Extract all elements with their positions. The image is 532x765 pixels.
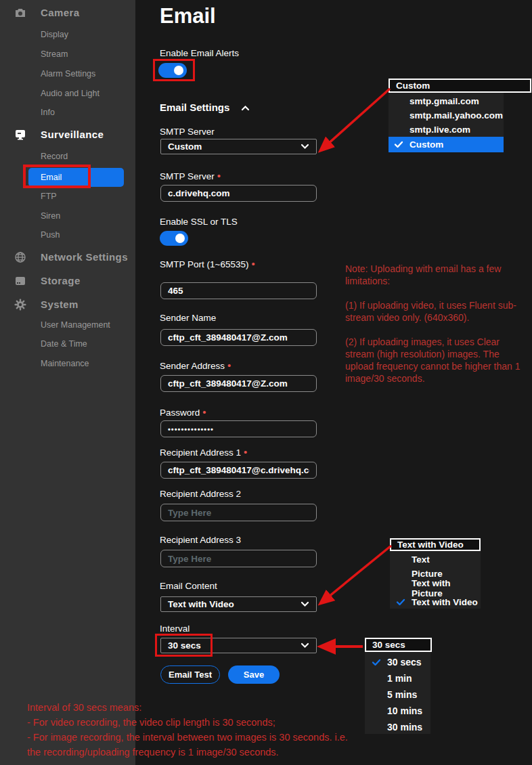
bottom-line: the recording/uploading frequency is 1 i… <box>27 745 369 760</box>
smtp-popup-list: smtp.gmail.com smtp.mail.yahoo.com smtp.… <box>389 93 504 152</box>
check-icon <box>396 598 405 606</box>
smtp-option-custom-selected[interactable]: Custom <box>389 137 504 152</box>
interval-popup-current-value: 30 secs <box>365 638 432 652</box>
enable-email-alerts-label: Enable Email Alerts <box>160 48 239 58</box>
note-line: (2) If uploading images, it uses Clear s… <box>345 336 529 385</box>
interval-option-5mins[interactable]: 5 mins <box>365 687 430 702</box>
interval-label: Interval <box>160 624 190 634</box>
recipient-address-3-input[interactable] <box>160 550 317 567</box>
sender-address-input[interactable] <box>160 375 317 392</box>
sidebar-item-push[interactable]: Push <box>41 230 129 244</box>
ssl-toggle[interactable] <box>160 231 188 246</box>
bottom-line: - For image recording, the interval betw… <box>27 730 369 745</box>
sidebar-section-label: Camera <box>41 7 79 18</box>
sidebar-item-alarm-settings[interactable]: Alarm Settings <box>41 69 129 83</box>
annotation-rect-interval-value <box>155 634 213 657</box>
smtp-option-yahoo[interactable]: smtp.mail.yahoo.com <box>389 108 504 123</box>
sidebar-section-label: Storage <box>41 275 81 286</box>
sidebar-item-ftp[interactable]: FTP <box>41 192 129 205</box>
email-settings-section-label: Email Settings <box>160 102 250 113</box>
chevron-down-icon <box>301 642 309 649</box>
recipient-address-3-label: Recipient Address 3 <box>160 535 241 545</box>
sender-name-label: Sender Name <box>160 313 216 323</box>
email-content-option-text[interactable]: Text <box>390 552 481 567</box>
toggle-knob <box>175 234 185 243</box>
interval-option-1min[interactable]: 1 min <box>365 671 430 686</box>
bottom-annotation: Interval of 30 secs means: - For video r… <box>27 700 369 760</box>
note-annotation: Note: Uploading with email has a few lim… <box>345 263 529 397</box>
annotation-rect-email-nav <box>23 165 91 188</box>
sidebar-item-stream[interactable]: Stream <box>41 49 129 63</box>
annotation-rect-enable-toggle <box>153 59 195 81</box>
page-title: Email <box>160 4 216 28</box>
sidebar-section-surveillance[interactable]: Surveillance <box>0 127 135 144</box>
smtp-popup-current-value: Custom <box>389 79 531 93</box>
bottom-line: Interval of 30 secs means: <box>27 700 369 715</box>
sidebar-section-label: Network Settings <box>41 251 128 263</box>
smtp-port-label: SMTP Port (1~65535)• <box>160 258 255 269</box>
bottom-line: - For video recording, the video clip le… <box>27 715 369 730</box>
ssl-label: Enable SSL or TLS <box>160 217 238 227</box>
smtp-server-input[interactable] <box>160 185 317 202</box>
email-content-label: Email Content <box>160 581 217 591</box>
interval-popup-list: 30 secs 1 min 5 mins 10 mins 30 mins <box>365 652 430 734</box>
recipient-address-2-input[interactable] <box>160 504 317 521</box>
email-test-button[interactable]: Email Test <box>160 665 220 684</box>
globe-icon <box>14 250 27 264</box>
sidebar-item-user-management[interactable]: User Management <box>41 320 129 334</box>
chevron-down-icon <box>301 601 309 607</box>
gear-icon <box>14 298 27 311</box>
sidebar-section-label: Surveillance <box>41 129 104 140</box>
note-line: (1) If uploading video, it uses Fluent s… <box>345 299 529 324</box>
sidebar-item-siren[interactable]: Siren <box>41 211 129 225</box>
chevron-up-icon[interactable] <box>241 105 250 111</box>
interval-option-30mins[interactable]: 30 mins <box>365 720 430 735</box>
check-icon <box>372 659 381 666</box>
sidebar-item-maintenance[interactable]: Maintenance <box>41 359 129 372</box>
smtp-server-label: SMTP Server• <box>160 170 221 181</box>
interval-option-10mins[interactable]: 10 mins <box>365 703 430 718</box>
sender-name-input[interactable] <box>160 329 317 346</box>
sidebar: Camera Display Stream Alarm Settings Aud… <box>0 0 135 765</box>
monitor-icon <box>14 128 27 141</box>
email-content-option-text-with-video-selected[interactable]: Text with Video <box>390 595 481 609</box>
smtp-server-select-label: SMTP Server <box>160 127 215 137</box>
chevron-down-icon <box>301 144 309 150</box>
recipient-address-1-label: Recipient Address 1• <box>160 446 247 458</box>
sidebar-item-audio-and-light[interactable]: Audio and Light <box>41 89 129 102</box>
recipient-address-1-input[interactable] <box>160 462 317 479</box>
check-icon <box>394 141 403 148</box>
smtp-option-live[interactable]: smtp.live.com <box>389 123 504 137</box>
sidebar-item-info[interactable]: Info <box>41 108 129 121</box>
sidebar-section-network-settings[interactable]: Network Settings <box>0 250 135 266</box>
sidebar-section-label: System <box>41 299 79 310</box>
email-content-option-text-with-picture[interactable]: Text with Picture <box>390 581 481 595</box>
camera-icon <box>14 6 27 20</box>
password-label: Password• <box>160 406 206 418</box>
smtp-option-gmail[interactable]: smtp.gmail.com <box>389 94 504 108</box>
recipient-address-2-label: Recipient Address 2 <box>160 489 241 499</box>
sidebar-section-system[interactable]: System <box>0 297 135 313</box>
email-content-popup-list: Text Picture Text with Picture Text with… <box>390 551 481 609</box>
smtp-server-select[interactable]: Custom <box>160 139 317 154</box>
smtp-port-input[interactable] <box>160 282 317 299</box>
sidebar-item-display[interactable]: Display <box>41 30 129 43</box>
email-content-select[interactable]: Text with Video <box>160 596 317 612</box>
note-line: Note: Uploading with email has a few lim… <box>345 263 529 287</box>
sidebar-section-storage[interactable]: Storage <box>0 274 135 290</box>
email-content-popup-current-value: Text with Video <box>390 538 481 551</box>
password-input[interactable] <box>160 420 317 437</box>
sidebar-section-camera[interactable]: Camera <box>0 5 135 22</box>
save-button[interactable]: Save <box>228 665 280 684</box>
sender-address-label: Sender Address• <box>160 359 231 371</box>
interval-option-30secs-selected[interactable]: 30 secs <box>365 655 430 670</box>
sidebar-item-date-time[interactable]: Date & Time <box>41 339 129 353</box>
sidebar-item-record[interactable]: Record <box>41 152 129 165</box>
storage-icon <box>14 274 27 288</box>
